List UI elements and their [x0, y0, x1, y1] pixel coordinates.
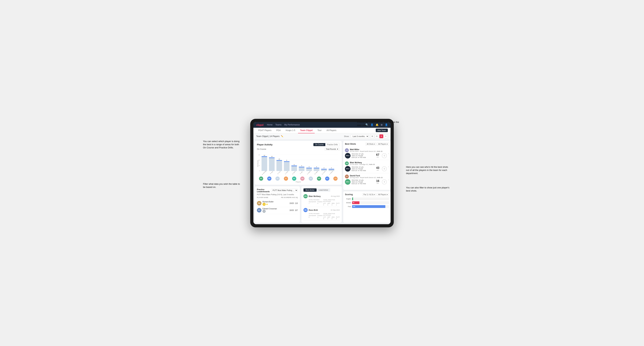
tablet-screen: clippd Home Teams My Performance 🔍 👤 🔔 ⊕…	[254, 122, 390, 224]
table-row: EC Edward Crossman 2 18/20 107	[257, 207, 298, 214]
pa-rounds-group-2: Total Rounds Tournament 8 Practice	[309, 213, 322, 219]
scoring-birdies-label: Birdies	[345, 202, 351, 204]
shot-player-meta-1: Matt Miller 09 Jun 2023 · Royal North De…	[350, 148, 382, 152]
leaderboard-title: Practice Leaderboards	[257, 188, 270, 192]
scoring-bar-pars: 499	[352, 205, 385, 208]
all-shots-filter[interactable]: All Shots ▾	[366, 143, 376, 146]
pa-practice-stats-1: GTT 0 APP 0	[323, 202, 340, 206]
list-view-icon[interactable]: ≡	[384, 134, 388, 138]
pa-name-britt: Rees Britt	[309, 209, 318, 211]
shot-chevron-2[interactable]: ›	[388, 165, 389, 168]
chart-label: On Course	[257, 148, 266, 150]
scoring-chart: Eagles 3 Birdies	[345, 197, 389, 208]
svg-text:2: 2	[324, 167, 324, 169]
shot-details-2: 200 SG Shot Dist: 43 yds Start Lie: Roug…	[345, 166, 387, 172]
team-name-label: Team Clippd | 14 Players	[256, 135, 280, 138]
scoring-row-birdies: Birdies 96	[345, 201, 389, 204]
svg-rect-15	[276, 160, 282, 171]
shot-player-name-3: David Ford	[350, 174, 382, 177]
shot-badge-1: 200 SG	[345, 153, 350, 159]
avatar-crossman: EC	[325, 176, 329, 181]
svg-rect-28	[306, 168, 312, 168]
lb-avatar-butler: RB	[257, 201, 262, 205]
tab-tour[interactable]: Tour	[315, 128, 324, 133]
edit-team-icon[interactable]: ✏️	[281, 135, 283, 137]
lb-rank-1: Richard Butler 1 ⭐	[262, 201, 288, 206]
shot-player-row-3: DF David Ford 24 Aug 2023 · Royal North …	[345, 174, 387, 178]
timescale-select[interactable]: Last 3 months	[351, 135, 369, 138]
svg-text:E. Cross.: E. Cross.	[322, 170, 326, 174]
shot-chevron-1[interactable]: ›	[388, 152, 389, 155]
nav-teams[interactable]: Teams	[275, 124, 282, 126]
lb-name-butler: Richard Butler	[262, 201, 288, 203]
par-filter[interactable]: Par 3, 4 & 5s ▾	[362, 193, 376, 196]
grid-small-view-icon[interactable]: ⊟	[375, 134, 379, 138]
nav-home[interactable]: Home	[267, 124, 272, 126]
brand-logo: clippd	[256, 123, 264, 126]
least-active-tab[interactable]: Least Active	[316, 188, 330, 192]
tab-team-clippd[interactable]: Team Clippd	[298, 128, 315, 133]
practice-drills-tab[interactable]: Practice Drills	[325, 143, 340, 146]
scoring-players-filter[interactable]: All Players ▾	[377, 193, 389, 196]
pa-rounds-row-2: Tournament 8 Practice 4	[309, 215, 322, 218]
all-players-filter[interactable]: All Players ▾	[377, 143, 389, 146]
total-rounds-filter[interactable]: Total Rounds ▼	[324, 148, 340, 151]
svg-text:4: 4	[301, 165, 302, 167]
add-team-button[interactable]: Add Team	[376, 129, 388, 132]
on-course-tab[interactable]: On Course	[314, 143, 325, 146]
players-axis-label: Players	[257, 181, 340, 183]
shot-player-meta-2: Blair McHarg 23 Jul 2023 · Ashridge GC, …	[350, 162, 375, 165]
main-content: Player Activity On Course Practice Drill…	[254, 140, 390, 224]
pa-stats-2: Total Rounds Tournament 8 Practice	[304, 213, 340, 219]
scoring-header: Scoring Par 3, 4 & 5s ▾ All Players ▾	[345, 193, 389, 196]
svg-text:J. Coles: J. Coles	[284, 171, 288, 174]
most-active-card: Most Active Least Active BM Blair McHarg…	[301, 186, 342, 223]
active-tabs: Most Active Least Active	[304, 188, 340, 192]
scoring-bar-birdies: 96	[352, 201, 360, 204]
svg-text:3: 3	[309, 166, 310, 168]
shot-stat-dist-3: 16 yds	[374, 180, 381, 184]
pa-app-2: APP 0	[328, 216, 330, 219]
pa-practice-stats-2: GTT 0 APP 0	[323, 216, 340, 219]
shot-player-info-1: MM Matt Miller 09 Jun 2023 · Royal North…	[345, 148, 387, 159]
tab-pgat-players[interactable]: PGAT Players	[256, 128, 274, 133]
svg-rect-19	[284, 161, 290, 162]
pa-avatar-britt: RB	[304, 208, 308, 212]
grid-large-view-icon[interactable]: ⊞	[370, 134, 374, 138]
active-player-row-2: RB Rees Britt 02 Sep 2023 Total Rounds	[304, 207, 340, 221]
leaderboard-drill-select[interactable]: PUTT Must Make Putting ...	[271, 189, 298, 192]
scoring-bar-container-pars: 499	[352, 205, 389, 208]
pa-date-1: 26 Aug 2023	[331, 195, 340, 197]
pa-avatar-mcharg: BM	[304, 194, 308, 198]
nav-my-performance[interactable]: My Performance	[284, 124, 300, 126]
tab-all-players[interactable]: All Players	[324, 128, 338, 133]
svg-text:R. Britt: R. Britt	[270, 171, 273, 174]
shot-stat-zero-2: 0	[382, 166, 387, 171]
tab-pga[interactable]: PGA	[274, 128, 283, 133]
shot-stat-dist-2: 43 yds	[374, 167, 381, 171]
leaderboard-header: Practice Leaderboards PUTT Must Make Put…	[257, 188, 298, 192]
shot-item-3[interactable]: DF David Ford 24 Aug 2023 · Royal North …	[345, 173, 389, 186]
scoring-pars-label: Pars	[345, 206, 351, 207]
shot-item-2[interactable]: BM Blair McHarg 23 Jul 2023 · Ashridge G…	[345, 160, 389, 173]
shot-chevron-3[interactable]: ›	[388, 178, 389, 181]
most-active-tab[interactable]: Most Active	[304, 188, 316, 192]
shot-stat-zero-3: 0	[382, 179, 387, 184]
lb-avg-crossman: 107	[295, 209, 298, 211]
sub-nav-right: Add Team	[376, 129, 388, 132]
lb-avg-butler: 110	[295, 202, 298, 204]
avatar-ford: DF	[276, 176, 280, 181]
pa-putt-1: PUTT 1	[336, 202, 340, 206]
tab-hcaps[interactable]: Hcaps 1-5	[284, 128, 297, 133]
annotation-player-filter: You can also filter to show just one pla…	[406, 186, 452, 192]
svg-text:Total Rounds: Total Rounds	[257, 160, 258, 167]
view-icons: ⊞ ⊟ ♥ ≡	[370, 134, 388, 138]
shot-avatar-miller: MM	[345, 148, 349, 152]
shot-item-1[interactable]: MM Matt Miller 09 Jun 2023 · Royal North…	[345, 147, 389, 160]
shot-player-info-3: DF David Ford 24 Aug 2023 · Royal North …	[345, 174, 387, 185]
avatar-miller: MM	[317, 176, 321, 181]
heart-view-icon[interactable]: ♥	[380, 134, 383, 138]
show-control: Show: Last 3 months ⊞ ⊟ ♥ ≡	[344, 134, 388, 138]
scoring-card: Scoring Par 3, 4 & 5s ▾ All Players ▾	[343, 191, 390, 223]
svg-rect-31	[314, 168, 320, 168]
